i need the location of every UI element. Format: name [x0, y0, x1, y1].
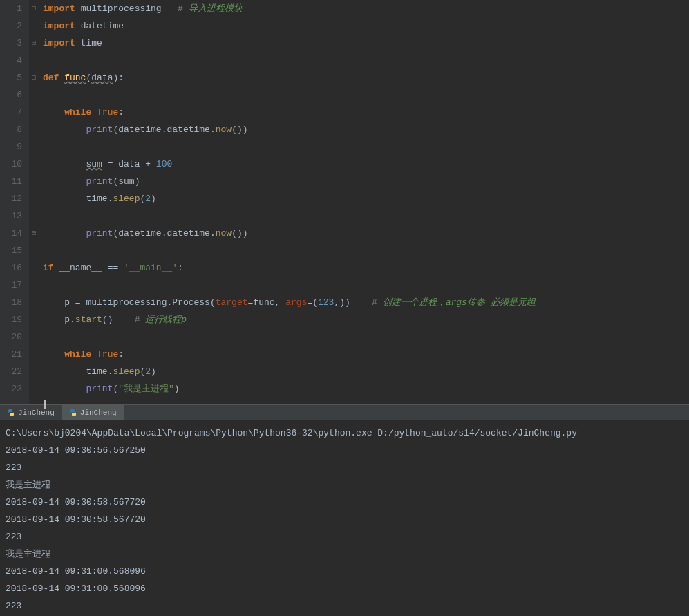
line-number: 19 [0, 311, 22, 328]
code-line: time.sleep(2) [43, 363, 689, 380]
fold-column: ⊟ ⊟ ⊟ ⊟ [29, 0, 39, 404]
tab-jincheng-2[interactable]: JinCheng [62, 405, 124, 420]
line-number: 3 [0, 35, 22, 52]
code-line [43, 138, 689, 156]
tab-label: JinCheng [18, 409, 55, 417]
line-number: 18 [0, 294, 22, 311]
python-icon [69, 409, 77, 417]
code-line: p.start() # 运行线程p [43, 311, 689, 328]
console-line: C:\Users\bj0204\AppData\Local\Programs\P… [6, 424, 683, 442]
console-line: 2018-09-14 09:30:58.567720 [6, 511, 683, 528]
code-line: import datetime [43, 17, 689, 35]
code-line: p = multiprocessing.Process(target=func,… [43, 294, 689, 311]
line-number: 9 [0, 138, 22, 156]
console-line: 2018-09-14 09:30:56.567250 [6, 442, 683, 459]
code-line: while True: [43, 346, 689, 363]
console-line: 223 [6, 528, 683, 545]
line-number: 16 [0, 259, 22, 277]
line-number: 20 [0, 328, 22, 346]
line-number: 10 [0, 156, 22, 173]
code-editor[interactable]: 1 2 3 4 5 6 7 8 9 10 11 12 13 14 15 16 1… [0, 0, 689, 404]
code-line: sum = data + 100 [43, 156, 689, 173]
line-number: 2 [0, 17, 22, 35]
code-line: while True: [43, 104, 689, 121]
tab-label: JinCheng [80, 409, 117, 417]
line-number: 22 [0, 363, 22, 380]
code-line: import time [43, 35, 689, 52]
console-output[interactable]: C:\Users\bj0204\AppData\Local\Programs\P… [0, 420, 689, 616]
line-number: 21 [0, 346, 22, 363]
code-line: time.sleep(2) [43, 190, 689, 207]
line-number: 6 [0, 86, 22, 104]
console-line: 2018-09-14 09:30:58.567720 [6, 494, 683, 511]
code-line [43, 277, 689, 294]
line-number: 14 [0, 225, 22, 242]
line-number: 1 [0, 0, 22, 17]
text-caret [44, 400, 46, 409]
console-line: 我是主进程 [6, 476, 683, 494]
code-line: print("我是主进程") [43, 380, 689, 398]
console-line: 我是主进程 [6, 545, 683, 563]
code-line [43, 52, 689, 69]
console-line: 2018-09-14 09:31:00.568096 [6, 563, 683, 580]
line-number: 15 [0, 242, 22, 259]
fold-icon[interactable]: ⊟ [29, 69, 39, 86]
code-line [43, 328, 689, 346]
line-number: 7 [0, 104, 22, 121]
code-line [43, 86, 689, 104]
code-line: import multiprocessing # 导入进程模块 [43, 0, 689, 17]
code-line: if __name__ == '__main__': [43, 259, 689, 277]
code-line [43, 207, 689, 225]
console-line: 2018-09-14 09:31:00.568096 [6, 580, 683, 597]
code-line: print(datetime.datetime.now()) [43, 121, 689, 138]
line-number: 12 [0, 190, 22, 207]
tab-jincheng-1[interactable]: JinCheng [0, 405, 62, 420]
console-tabs: JinCheng JinCheng [0, 404, 689, 420]
console-line: 223 [6, 459, 683, 476]
line-number: 4 [0, 52, 22, 69]
code-line: def func(data): [43, 69, 689, 86]
fold-icon[interactable]: ⊟ [29, 0, 39, 17]
code-line: print(sum) [43, 173, 689, 190]
line-number: 5 [0, 69, 22, 86]
console-line: 223 [6, 597, 683, 615]
line-number: 13 [0, 207, 22, 225]
line-number-gutter: 1 2 3 4 5 6 7 8 9 10 11 12 13 14 15 16 1… [0, 0, 29, 404]
line-number: 17 [0, 277, 22, 294]
fold-icon[interactable]: ⊟ [29, 35, 39, 52]
python-icon [7, 409, 15, 417]
code-line: print(datetime.datetime.now()) [43, 225, 689, 242]
fold-icon[interactable]: ⊟ [29, 225, 39, 242]
line-number: 23 [0, 380, 22, 398]
line-number: 8 [0, 121, 22, 138]
code-area[interactable]: import multiprocessing # 导入进程模块 import d… [39, 0, 689, 404]
line-number: 11 [0, 173, 22, 190]
code-line [43, 242, 689, 259]
